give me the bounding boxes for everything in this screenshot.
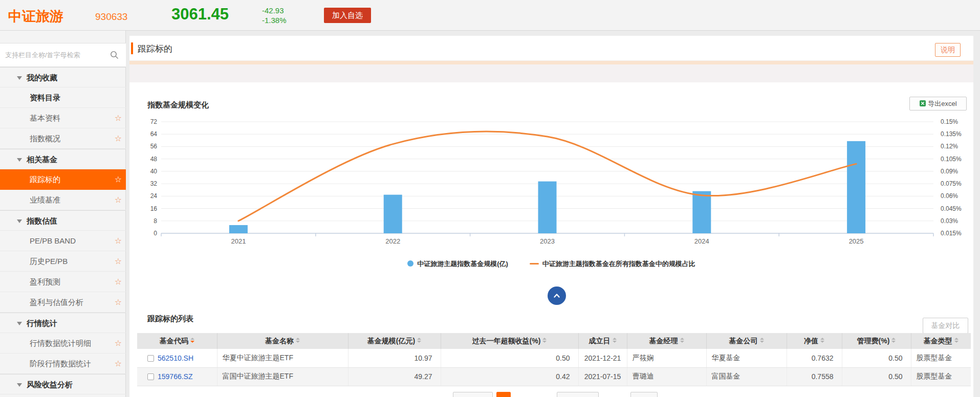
fund-table: 基金代码基金名称基金规模(亿元)过去一年超额收益(%)成立日基金经理基金公司净值… [137, 333, 971, 386]
sidebar-item-14[interactable]: 行情数据统计明细☆ [0, 333, 126, 354]
sort-arrows-icon[interactable] [417, 338, 421, 343]
sidebar-item-label: 跟踪标的 [30, 169, 60, 190]
sidebar-item-label: 资料目录 [30, 87, 60, 108]
sidebar-item-7[interactable]: 业绩基准☆ [0, 190, 126, 210]
column-label: 基金代码 [160, 337, 188, 345]
column-header-1[interactable]: 基金代码 [137, 333, 217, 349]
sort-arrows-icon[interactable] [891, 338, 896, 343]
sort-arrows-icon[interactable] [190, 338, 194, 343]
svg-text:0: 0 [154, 230, 157, 237]
sidebar-item-label: 我的收藏 [27, 68, 57, 88]
index-name: 中证旅游 [8, 7, 63, 26]
collapse-chart-button[interactable] [548, 286, 566, 305]
column-header-3[interactable]: 基金规模(亿元) [348, 333, 441, 349]
sidebar-item-5[interactable]: 相关基金 [0, 149, 126, 169]
svg-text:2023: 2023 [540, 237, 555, 245]
search-icon [110, 51, 119, 59]
sidebar-item-13[interactable]: 行情统计 [0, 313, 126, 333]
sidebar-item-10[interactable]: 历史PE/PB☆ [0, 251, 126, 272]
column-label: 净值 [804, 337, 818, 345]
table-cell: 富国基金 [706, 367, 787, 386]
sidebar-item-12[interactable]: 盈利与估值分析☆ [0, 292, 126, 313]
pagination-button[interactable] [630, 392, 658, 397]
sidebar-item-6[interactable]: 跟踪标的☆ [0, 169, 126, 190]
sidebar-item-label: 指数概况 [30, 128, 60, 149]
table-cell: 0.42 [441, 367, 578, 386]
sidebar: 我的收藏资料目录基本资料☆指数概况☆相关基金跟踪标的☆业绩基准☆指数估值PE/P… [0, 31, 126, 397]
column-header-5[interactable]: 成立日 [578, 333, 627, 349]
table-cell: 股票型基金 [911, 349, 971, 367]
favorite-star-icon[interactable]: ☆ [115, 231, 122, 251]
favorite-star-icon[interactable]: ☆ [115, 354, 122, 374]
triangle-down-icon [17, 322, 22, 325]
page-title: 跟踪标的 [138, 43, 172, 55]
column-header-10[interactable]: 基金类型 [911, 333, 971, 349]
fund-code-link[interactable]: 159766.SZ [158, 372, 193, 381]
column-label: 成立日 [589, 337, 611, 345]
table-cell: 曹璐迪 [627, 367, 706, 386]
table-cell: 股票型基金 [911, 367, 971, 386]
sort-arrows-icon[interactable] [613, 338, 617, 343]
favorite-star-icon[interactable]: ☆ [115, 333, 122, 354]
row-checkbox[interactable] [147, 355, 154, 362]
column-label: 过去一年超额收益(%) [472, 337, 541, 345]
sidebar-item-label: PE/PB BAND [30, 231, 76, 251]
favorite-star-icon[interactable]: ☆ [115, 251, 122, 272]
column-header-9[interactable]: 管理费(%) [842, 333, 911, 349]
sidebar-item-4[interactable]: 指数概况☆ [0, 128, 126, 149]
sort-arrows-icon[interactable] [542, 338, 547, 343]
svg-text:32: 32 [150, 180, 158, 187]
row-checkbox[interactable] [147, 373, 154, 380]
fund-code-link[interactable]: 562510.SH [158, 354, 193, 362]
svg-text:0.12%: 0.12% [941, 143, 958, 150]
favorite-star-icon[interactable]: ☆ [115, 169, 122, 190]
svg-text:0.03%: 0.03% [941, 217, 958, 225]
help-button[interactable]: 说明 [935, 43, 961, 57]
sidebar-item-label: 业绩基准 [30, 190, 60, 210]
legend-item-line[interactable]: 中证旅游主题指数基金在所有指数基金中的规模占比 [530, 259, 695, 269]
legend-item-bar[interactable]: 中证旅游主题指数基金规模(亿) [407, 259, 508, 269]
favorite-star-icon[interactable]: ☆ [115, 190, 122, 210]
sidebar-item-2[interactable]: 资料目录 [0, 87, 126, 108]
column-header-6[interactable]: 基金经理 [627, 333, 706, 349]
sort-arrows-icon[interactable] [820, 338, 824, 343]
svg-text:56: 56 [150, 143, 158, 150]
sidebar-item-11[interactable]: 盈利预测☆ [0, 272, 126, 292]
svg-text:0.075%: 0.075% [941, 180, 962, 187]
sort-arrows-icon[interactable] [760, 338, 764, 343]
add-watchlist-button[interactable]: 加入自选 [324, 8, 371, 23]
table-cell: 2021-07-15 [578, 367, 627, 386]
table-cell: 0.7632 [787, 349, 842, 367]
sort-arrows-icon[interactable] [954, 338, 959, 343]
column-header-7[interactable]: 基金公司 [706, 333, 787, 349]
sidebar-item-label: 盈利与估值分析 [30, 292, 83, 313]
favorite-star-icon[interactable]: ☆ [115, 108, 122, 128]
favorite-star-icon[interactable]: ☆ [115, 292, 122, 313]
pagination-button[interactable] [453, 392, 493, 397]
sidebar-item-1[interactable]: 我的收藏 [0, 67, 126, 87]
sidebar-item-9[interactable]: PE/PB BAND☆ [0, 231, 126, 251]
column-header-4[interactable]: 过去一年超额收益(%) [441, 333, 578, 349]
search-input[interactable] [5, 43, 102, 67]
sort-arrows-icon[interactable] [296, 338, 300, 343]
column-header-2[interactable]: 基金名称 [217, 333, 348, 349]
fund-scale-chart: 00.015%80.03%160.045%240.06%320.075%400.… [129, 82, 973, 256]
sidebar-item-16[interactable]: 风险收益分析 [0, 374, 126, 394]
favorite-star-icon[interactable]: ☆ [115, 272, 122, 292]
sidebar-item-8[interactable]: 指数估值 [0, 210, 126, 231]
column-header-8[interactable]: 净值 [787, 333, 842, 349]
pagination-button[interactable] [557, 392, 599, 397]
pagination-current-page[interactable] [496, 392, 511, 397]
svg-text:16: 16 [150, 205, 158, 212]
legend-line-icon [530, 263, 539, 264]
sort-arrows-icon[interactable] [680, 338, 684, 343]
favorite-star-icon[interactable]: ☆ [115, 128, 122, 149]
sidebar-item-3[interactable]: 基本资料☆ [0, 108, 126, 128]
sidebar-item-label: 风险收益分析 [27, 374, 73, 395]
sidebar-item-15[interactable]: 阶段行情数据统计☆ [0, 354, 126, 374]
sidebar-item-label: 阶段行情数据统计 [30, 354, 91, 374]
fund-compare-button[interactable]: 基金对比 [923, 318, 968, 334]
table-cell: 10.97 [348, 349, 441, 367]
svg-text:64: 64 [150, 130, 158, 138]
sidebar-item-label: 行情统计 [27, 313, 57, 334]
